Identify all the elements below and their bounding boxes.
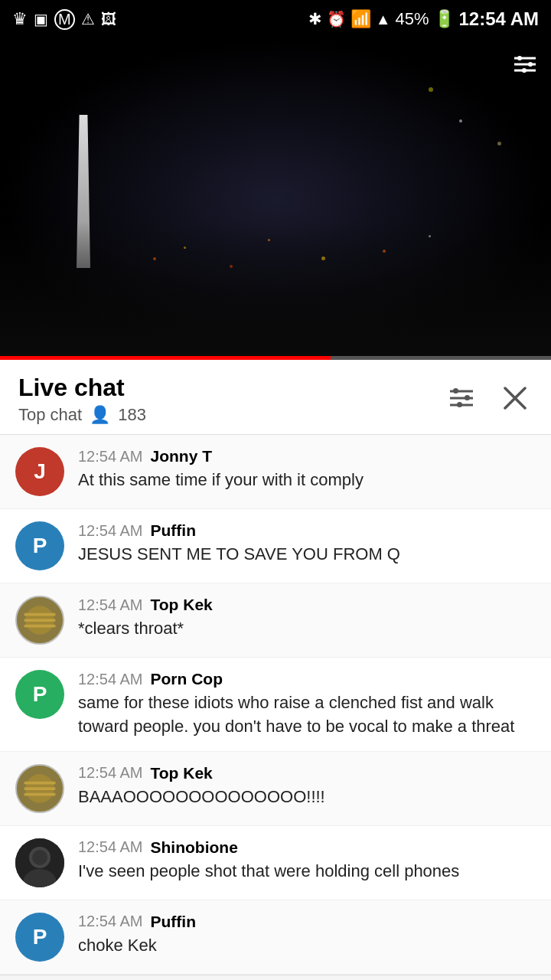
avatar xyxy=(15,764,64,813)
message-body: 12:54 AM Top Kek *clears throat* xyxy=(78,596,536,641)
message-text: same for these idiots who raise a clench… xyxy=(78,691,536,739)
chat-input-area: 😐 xyxy=(0,975,551,980)
svg-rect-23 xyxy=(24,792,55,795)
message-text: choke Kek xyxy=(78,934,536,958)
message-author: Top Kek xyxy=(151,764,213,782)
chat-header-left: Live chat Top chat 👤 183 xyxy=(18,374,146,425)
svg-rect-4 xyxy=(528,62,533,67)
svg-rect-17 xyxy=(24,619,55,622)
message-text: *clears throat* xyxy=(78,617,536,641)
bluetooth-icon: ✱ xyxy=(308,10,322,28)
chat-header: Live chat Top chat 👤 183 xyxy=(0,360,551,435)
light-dot xyxy=(429,87,433,92)
svg-rect-10 xyxy=(465,395,470,400)
message-text: BAAAOOOOOOOOOOOOOO!!!! xyxy=(78,786,536,809)
svg-rect-11 xyxy=(457,402,462,407)
message-text: I've seen people shot that were holding … xyxy=(78,860,536,884)
video-settings-icon[interactable] xyxy=(511,51,539,81)
live-chat-section: Live chat Top chat 👤 183 xyxy=(0,360,551,980)
battery-percent: 45% xyxy=(395,9,429,29)
battery-icon: 🔋 xyxy=(434,9,455,29)
image-icon: 🖼 xyxy=(101,11,116,28)
message-text: JESUS SENT ME TO SAVE YOU FROM Q xyxy=(78,543,536,567)
status-left-icons: ♛ ▣ M ⚠ 🖼 xyxy=(12,9,116,30)
message-body: 12:54 AM Jonny T At this same time if yo… xyxy=(78,447,536,492)
message-time: 12:54 AM xyxy=(78,764,143,782)
svg-point-26 xyxy=(32,850,47,865)
message-body: 12:54 AM Puffin JESUS SENT ME TO SAVE YO… xyxy=(78,521,536,567)
avatar: P xyxy=(15,521,64,570)
message-author: Puffin xyxy=(151,913,196,931)
message-time: 12:54 AM xyxy=(78,671,143,688)
chat-message: 12:54 AM Top Kek *clears throat* xyxy=(0,583,551,658)
message-author: Porn Cop xyxy=(151,670,223,688)
message-body: 12:54 AM Porn Cop same for these idiots … xyxy=(78,670,536,739)
time-display: 12:54 AM xyxy=(459,8,539,30)
avatar: P xyxy=(15,670,64,719)
message-time: 12:54 AM xyxy=(78,448,143,466)
avatar: P xyxy=(15,913,64,962)
message-text: At this same time if your with it comply xyxy=(78,469,536,492)
wifi-icon: 📶 xyxy=(350,9,371,29)
message-time: 12:54 AM xyxy=(78,522,143,540)
message-author: Puffin xyxy=(151,521,196,540)
avatar xyxy=(15,596,64,645)
viewer-count: 183 xyxy=(118,405,146,425)
light-dot xyxy=(459,119,462,122)
chat-message: J 12:54 AM Jonny T At this same time if … xyxy=(0,435,551,509)
svg-rect-3 xyxy=(517,56,522,60)
m-logo-icon: M xyxy=(54,9,75,30)
avatar: J xyxy=(15,447,64,496)
message-meta: 12:54 AM Puffin xyxy=(78,521,536,540)
chat-title: Live chat xyxy=(18,374,146,402)
message-time: 12:54 AM xyxy=(78,596,143,614)
message-author: Shinobione xyxy=(151,838,238,857)
svg-rect-22 xyxy=(24,787,55,790)
light-dot xyxy=(497,142,501,145)
chat-message: P 12:54 AM Puffin JESUS SENT ME TO SAVE … xyxy=(0,509,551,583)
chat-message: P 12:54 AM Porn Cop same for these idiot… xyxy=(0,658,551,752)
signal-icon: ▲ xyxy=(376,11,391,28)
chat-message: 12:54 AM Top Kek BAAAOOOOOOOOOOOOOO!!!! xyxy=(0,752,551,826)
message-meta: 12:54 AM Shinobione xyxy=(78,838,536,857)
message-time: 12:54 AM xyxy=(78,838,143,856)
message-author: Top Kek xyxy=(151,596,213,614)
svg-rect-9 xyxy=(453,388,458,394)
message-author: Jonny T xyxy=(151,447,213,466)
chat-message: 12:54 AM Shinobione I've seen people sho… xyxy=(0,826,551,900)
message-body: 12:54 AM Puffin choke Kek xyxy=(78,913,536,958)
chat-subtitle: Top chat 👤 183 xyxy=(18,405,146,425)
svg-rect-5 xyxy=(522,68,527,73)
viewers-icon: 👤 xyxy=(90,405,110,425)
message-meta: 12:54 AM Top Kek xyxy=(78,764,536,782)
svg-rect-18 xyxy=(24,625,55,628)
top-chat-label: Top chat xyxy=(18,405,82,425)
message-meta: 12:54 AM Puffin xyxy=(78,913,536,931)
chat-messages-list: J 12:54 AM Jonny T At this same time if … xyxy=(0,435,551,975)
message-meta: 12:54 AM Jonny T xyxy=(78,447,536,466)
message-body: 12:54 AM Top Kek BAAAOOOOOOOOOOOOOO!!!! xyxy=(78,764,536,809)
svg-rect-21 xyxy=(24,781,55,784)
message-meta: 12:54 AM Top Kek xyxy=(78,596,536,614)
video-progress-fill xyxy=(0,356,331,360)
svg-rect-16 xyxy=(24,613,55,616)
close-chat-button[interactable] xyxy=(497,381,533,418)
crown-icon: ♛ xyxy=(12,9,28,29)
avatar xyxy=(15,838,64,887)
video-player[interactable] xyxy=(0,38,551,360)
video-progress-bar[interactable] xyxy=(0,356,551,360)
folder-icon: ▣ xyxy=(34,10,48,28)
alarm-icon: ⏰ xyxy=(327,10,346,28)
status-bar: ♛ ▣ M ⚠ 🖼 ✱ ⏰ 📶 ▲ 45% 🔋 12:54 AM xyxy=(0,0,551,38)
warning-icon: ⚠ xyxy=(81,10,95,28)
message-body: 12:54 AM Shinobione I've seen people sho… xyxy=(78,838,536,884)
chat-header-actions xyxy=(444,381,533,418)
filter-settings-button[interactable] xyxy=(444,381,479,418)
status-right-icons: ✱ ⏰ 📶 ▲ 45% 🔋 12:54 AM xyxy=(308,8,539,30)
message-meta: 12:54 AM Porn Cop xyxy=(78,670,536,688)
chat-message: P 12:54 AM Puffin choke Kek xyxy=(0,900,551,975)
message-time: 12:54 AM xyxy=(78,913,143,930)
city-lights-overlay xyxy=(0,222,551,360)
